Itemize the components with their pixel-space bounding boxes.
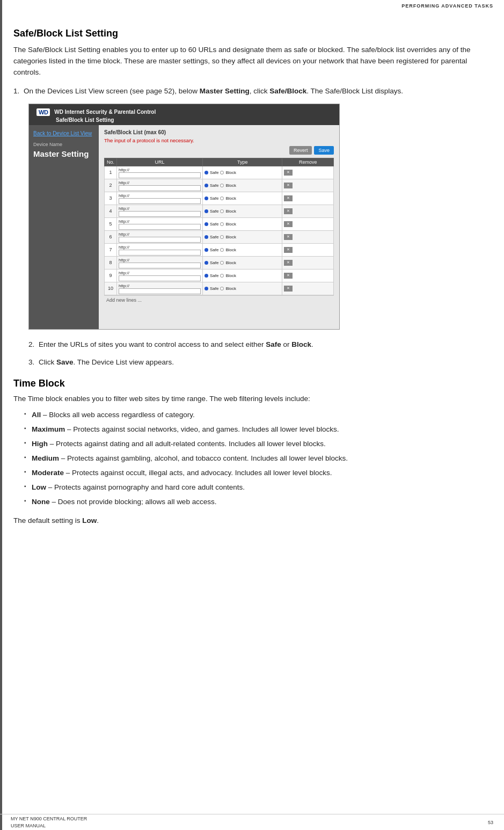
page-header: PERFORMING ADVANCED TASKS [0,0,504,12]
remove-button[interactable]: ✕ [284,221,293,227]
row-type-cell: Safe Block [203,230,282,243]
section2-description: The Time block enables you to filter web… [13,394,483,405]
remove-button[interactable]: ✕ [284,195,293,201]
url-input[interactable] [119,185,201,191]
step1-mid: , click [250,87,270,95]
row-type-cell: Safe Block [203,179,282,192]
safe-label: Safe [210,247,218,252]
bullet-item: Medium – Protects against gambling, alco… [24,453,483,464]
step3-end: . The Device List view appears. [74,358,174,366]
row-type-cell: Safe Block [203,205,282,217]
save-button[interactable]: Save [314,146,334,155]
bullet-term: Moderate [32,469,64,477]
remove-button[interactable]: ✕ [284,183,293,188]
table-row: 3 http:// Safe Block ✕ [105,192,334,205]
safe-label: Safe [210,170,218,175]
safe-radio-icon [204,222,208,226]
remove-button[interactable]: ✕ [284,273,293,279]
header-title: PERFORMING ADVANCED TASKS [401,3,493,9]
bullet-item: Low – Protects against pornography and h… [24,482,483,493]
url-prefix: http:// [119,245,129,250]
step1-text: On the Devices List View screen (see pag… [24,87,200,95]
url-prefix: http:// [119,283,129,288]
bullet-term: None [32,498,50,506]
url-input[interactable] [119,250,201,256]
row-num: 1 [105,166,117,179]
block-label: Block [225,286,236,291]
safe-radio-icon [204,235,208,239]
step1-end: . The Safe/Block List displays. [306,87,403,95]
step3: 3. Click Save. The Device List view appe… [28,357,483,368]
bullet-term: Medium [32,454,59,462]
block-radio-icon [220,209,224,213]
col-url: URL [117,158,203,166]
url-prefix: http:// [119,258,129,263]
row-num: 9 [105,269,117,282]
bullet-desc: – Protects against pornography and hard … [46,483,245,491]
remove-button[interactable]: ✕ [284,260,293,266]
safe-radio-icon [204,209,208,213]
section2-title: Time Block [13,378,483,389]
url-input[interactable] [119,275,201,281]
row-num: 5 [105,217,117,230]
row-url-cell: http:// [117,179,203,192]
remove-button[interactable]: ✕ [284,286,293,292]
row-type-cell: Safe Block [203,192,282,205]
safe-label: Safe [210,222,218,227]
step1-bold2: Safe/Block [269,87,306,95]
row-type-cell: Safe Block [203,282,282,295]
table-row: 2 http:// Safe Block ✕ [105,179,334,192]
url-input[interactable] [119,224,201,230]
block-radio-icon [220,171,224,174]
row-url-cell: http:// [117,217,203,230]
url-input[interactable] [119,288,201,294]
button-row: Revert Save [104,146,334,155]
safe-label: Safe [210,235,218,239]
safe-label: Safe [210,183,218,188]
safe-radio-icon [204,184,208,187]
row-num: 7 [105,243,117,256]
url-input[interactable] [119,263,201,268]
block-label: Block [225,273,236,278]
block-radio-icon [220,287,224,290]
bullet-desc: – Protects against dating and all adult-… [48,440,326,448]
remove-button[interactable]: ✕ [284,208,293,214]
block-label: Block [225,247,236,252]
bullet-list: All – Blocks all web access regardless o… [24,410,483,507]
block-radio-icon [220,196,224,200]
url-input[interactable] [119,198,201,204]
table-row: 7 http:// Safe Block ✕ [105,243,334,256]
row-url-cell: http:// [117,192,203,205]
remove-button[interactable]: ✕ [284,247,293,253]
row-type-cell: Safe Block [203,269,282,282]
remove-button[interactable]: ✕ [284,170,293,176]
row-num: 8 [105,256,117,269]
row-type-cell: Safe Block [203,217,282,230]
panel-title: Safe/Block List (max 60) [104,129,334,135]
block-label: Block [225,183,236,188]
wd-page-subtitle: Safe/Block List Setting [56,117,332,123]
step3-bold: Save [56,358,74,366]
revert-button[interactable]: Revert [289,146,312,155]
row-num: 2 [105,179,117,192]
url-input[interactable] [119,172,201,178]
row-url-cell: http:// [117,230,203,243]
url-prefix: http:// [119,271,129,275]
url-prefix: http:// [119,193,129,198]
remove-button[interactable]: ✕ [284,234,293,240]
section1-description: The Safe/Block List Setting enables you … [13,45,483,78]
url-input[interactable] [119,211,201,217]
col-remove: Remove [282,158,334,166]
add-new-lines-link[interactable]: Add new lines ... [104,295,334,304]
row-remove-cell: ✕ [282,179,334,192]
url-input[interactable] [119,237,201,243]
block-label: Block [225,235,236,239]
block-radio-icon [220,261,224,265]
wd-app-body: Back to Device List View Device Name Mas… [29,125,339,329]
section1-title: Safe/Block List Setting [13,28,483,39]
back-to-device-list-link[interactable]: Back to Device List View [33,130,94,136]
step2-end: . [311,340,313,348]
block-label: Block [225,222,236,227]
block-radio-icon [220,235,224,239]
url-table: No. URL Type Remove 1 http:// [104,158,334,295]
